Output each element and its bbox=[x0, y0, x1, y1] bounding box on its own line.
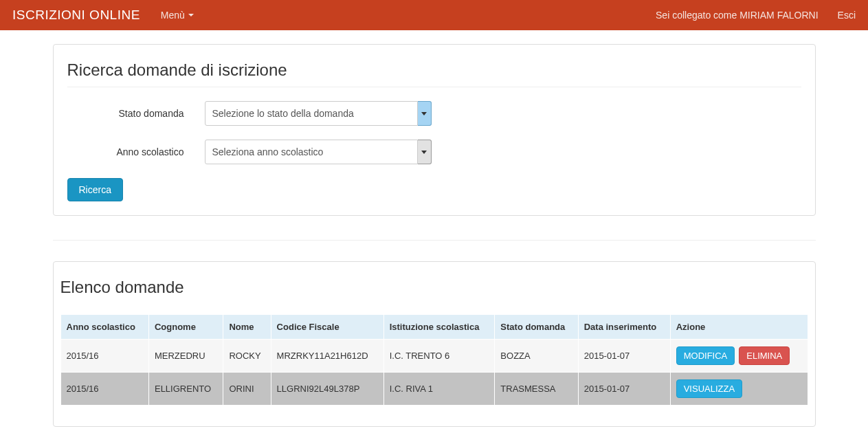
col-cf: Codice Fiscale bbox=[271, 315, 383, 340]
year-select-button[interactable] bbox=[418, 140, 432, 164]
menu-label: Menù bbox=[161, 10, 185, 21]
cell-cognome: MERZEDRU bbox=[148, 340, 223, 373]
chevron-down-icon bbox=[421, 112, 427, 115]
table-row: 2015/16 ELLIGRENTO ORINI LLGRNI92L49L378… bbox=[60, 373, 808, 406]
applications-table: Anno scolastico Cognome Nome Codice Fisc… bbox=[60, 314, 808, 406]
list-panel: Elenco domande Anno scolastico Cognome N… bbox=[53, 261, 816, 427]
cell-anno: 2015/16 bbox=[60, 340, 148, 373]
cell-anno: 2015/16 bbox=[60, 373, 148, 406]
chevron-down-icon bbox=[188, 14, 194, 16]
cell-nome: ROCKY bbox=[223, 340, 271, 373]
year-label: Anno scolastico bbox=[67, 146, 205, 157]
logged-in-text: Sei collegato come MIRIAM FALORNI bbox=[656, 10, 819, 21]
list-panel-title: Elenco domande bbox=[60, 278, 808, 297]
search-panel: Ricerca domande di iscrizione Stato doma… bbox=[53, 44, 816, 216]
view-button[interactable]: VISUALIZZA bbox=[676, 379, 742, 398]
menu-dropdown[interactable]: Menù bbox=[161, 10, 194, 21]
col-nome: Nome bbox=[223, 315, 271, 340]
cell-data: 2015-01-07 bbox=[578, 340, 670, 373]
cell-data: 2015-01-07 bbox=[578, 373, 670, 406]
col-stato: Stato domanda bbox=[495, 315, 578, 340]
navbar: ISCRIZIONI ONLINE Menù Sei collegato com… bbox=[0, 0, 868, 30]
table-header-row: Anno scolastico Cognome Nome Codice Fisc… bbox=[60, 315, 808, 340]
cell-istituzione: I.C. TRENTO 6 bbox=[383, 340, 495, 373]
chevron-down-icon bbox=[421, 151, 427, 154]
search-button[interactable]: Ricerca bbox=[67, 178, 123, 201]
status-select-button[interactable] bbox=[418, 101, 432, 126]
logout-link[interactable]: Esci bbox=[838, 10, 856, 21]
cell-nome: ORINI bbox=[223, 373, 271, 406]
modify-button[interactable]: MODIFICA bbox=[676, 346, 735, 365]
col-istituzione: Istituzione scolastica bbox=[383, 315, 495, 340]
status-label: Stato domanda bbox=[67, 108, 205, 119]
status-select[interactable]: Selezione lo stato della domanda bbox=[205, 101, 418, 126]
cell-cf: LLGRNI92L49L378P bbox=[271, 373, 383, 406]
year-select[interactable]: Seleziona anno scolastico bbox=[205, 140, 418, 164]
divider bbox=[53, 240, 816, 241]
cell-stato: TRASMESSA bbox=[495, 373, 578, 406]
cell-istituzione: I.C. RIVA 1 bbox=[383, 373, 495, 406]
delete-button[interactable]: ELIMINA bbox=[739, 346, 790, 365]
cell-azione: MODIFICA ELIMINA bbox=[670, 340, 808, 373]
cell-cf: MRZRKY11A21H612D bbox=[271, 340, 383, 373]
col-data: Data inserimento bbox=[578, 315, 670, 340]
table-row: 2015/16 MERZEDRU ROCKY MRZRKY11A21H612D … bbox=[60, 340, 808, 373]
cell-stato: BOZZA bbox=[495, 340, 578, 373]
col-azione: Azione bbox=[670, 315, 808, 340]
col-cognome: Cognome bbox=[148, 315, 223, 340]
cell-cognome: ELLIGRENTO bbox=[148, 373, 223, 406]
col-anno: Anno scolastico bbox=[60, 315, 148, 340]
cell-azione: VISUALIZZA bbox=[670, 373, 808, 406]
brand: ISCRIZIONI ONLINE bbox=[12, 8, 140, 23]
search-panel-title: Ricerca domande di iscrizione bbox=[67, 60, 801, 80]
